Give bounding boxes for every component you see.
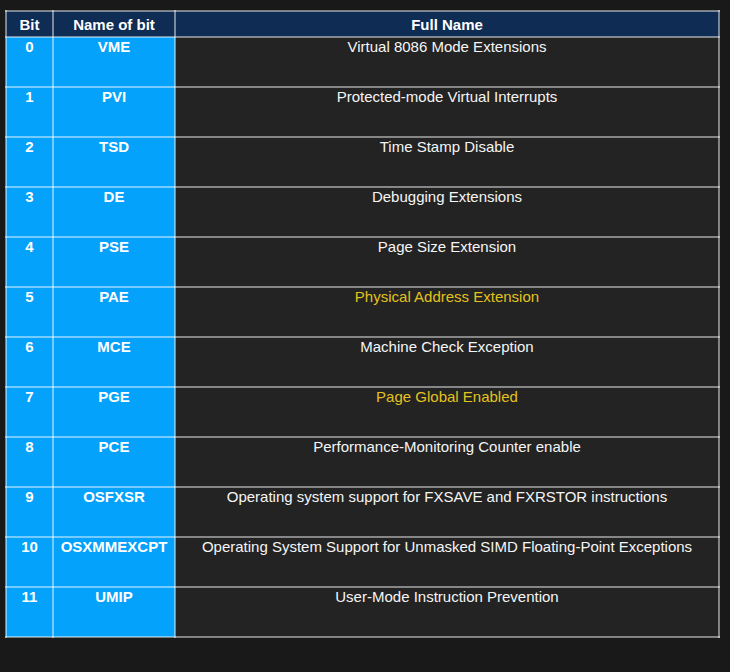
full-name-cell: Page Global Enabled xyxy=(175,387,719,437)
bit-cell: 5 xyxy=(6,287,53,337)
bit-cell: 6 xyxy=(6,337,53,387)
full-name-cell: Performance-Monitoring Counter enable xyxy=(175,437,719,487)
full-name-cell: Debugging Extensions xyxy=(175,187,719,237)
bit-cell: 2 xyxy=(6,137,53,187)
table-row: 11 UMIP User-Mode Instruction Prevention xyxy=(6,587,719,637)
header-full-name: Full Name xyxy=(175,11,719,37)
table-row: 5 PAE Physical Address Extension xyxy=(6,287,719,337)
full-name-cell: User-Mode Instruction Prevention xyxy=(175,587,719,637)
bit-name-cell: TSD xyxy=(53,137,175,187)
header-name-of-bit: Name of bit xyxy=(53,11,175,37)
table-row: 8 PCE Performance-Monitoring Counter ena… xyxy=(6,437,719,487)
full-name-cell: Operating system support for FXSAVE and … xyxy=(175,487,719,537)
header-bit: Bit xyxy=(6,11,53,37)
bit-cell: 8 xyxy=(6,437,53,487)
full-name-cell: Operating System Support for Unmasked SI… xyxy=(175,537,719,587)
cr4-bits-table: Bit Name of bit Full Name 0 VME Virtual … xyxy=(5,10,720,638)
bit-name-cell: PGE xyxy=(53,387,175,437)
bit-cell: 7 xyxy=(6,387,53,437)
table-row: 0 VME Virtual 8086 Mode Extensions xyxy=(6,37,719,87)
bit-name-cell: VME xyxy=(53,37,175,87)
full-name-cell: Time Stamp Disable xyxy=(175,137,719,187)
table-row: 3 DE Debugging Extensions xyxy=(6,187,719,237)
table-row: 9 OSFXSR Operating system support for FX… xyxy=(6,487,719,537)
bit-cell: 9 xyxy=(6,487,53,537)
full-name-cell: Protected-mode Virtual Interrupts xyxy=(175,87,719,137)
full-name-cell: Page Size Extension xyxy=(175,237,719,287)
bit-cell: 11 xyxy=(6,587,53,637)
bit-name-cell: PVI xyxy=(53,87,175,137)
bit-cell: 0 xyxy=(6,37,53,87)
table-body: 0 VME Virtual 8086 Mode Extensions 1 PVI… xyxy=(6,37,719,637)
table-row: 6 MCE Machine Check Exception xyxy=(6,337,719,387)
full-name-cell: Physical Address Extension xyxy=(175,287,719,337)
table-row: 4 PSE Page Size Extension xyxy=(6,237,719,287)
full-name-cell: Virtual 8086 Mode Extensions xyxy=(175,37,719,87)
bit-cell: 10 xyxy=(6,537,53,587)
bit-cell: 1 xyxy=(6,87,53,137)
bit-name-cell: DE xyxy=(53,187,175,237)
bit-name-cell: PCE xyxy=(53,437,175,487)
bit-name-cell: UMIP xyxy=(53,587,175,637)
table-row: 7 PGE Page Global Enabled xyxy=(6,387,719,437)
table-row: 1 PVI Protected-mode Virtual Interrupts xyxy=(6,87,719,137)
bit-name-cell: OSFXSR xyxy=(53,487,175,537)
bit-cell: 4 xyxy=(6,237,53,287)
page-background: Bit Name of bit Full Name 0 VME Virtual … xyxy=(0,0,730,672)
table-row: 2 TSD Time Stamp Disable xyxy=(6,137,719,187)
table-header-row: Bit Name of bit Full Name xyxy=(6,11,719,37)
table-row: 10 OSXMMEXCPT Operating System Support f… xyxy=(6,537,719,587)
bit-name-cell: OSXMMEXCPT xyxy=(53,537,175,587)
bit-name-cell: PSE xyxy=(53,237,175,287)
full-name-cell: Machine Check Exception xyxy=(175,337,719,387)
bit-cell: 3 xyxy=(6,187,53,237)
bit-name-cell: MCE xyxy=(53,337,175,387)
bit-name-cell: PAE xyxy=(53,287,175,337)
